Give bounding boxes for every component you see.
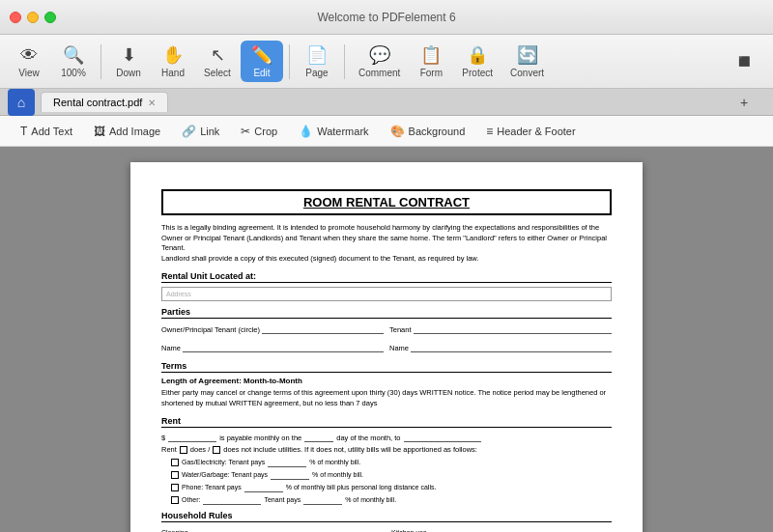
maximize-button[interactable] (44, 12, 56, 23)
does-not-text: does not include utilities. If it does n… (223, 445, 477, 454)
other-util-pct-field[interactable] (303, 494, 342, 505)
toolbar-protect[interactable]: 🔒 Protect (454, 41, 501, 82)
toolbar-view[interactable]: 👁 View (8, 42, 50, 82)
other-util-checkbox[interactable] (171, 496, 179, 504)
terms-text: Either party may cancel or change terms … (161, 388, 612, 408)
rule-cleaning-field[interactable] (190, 526, 382, 532)
separator (100, 44, 101, 79)
watermark-button[interactable]: 💧 Watermark (290, 120, 377, 143)
tab-close-button[interactable]: ✕ (148, 98, 156, 108)
parties-name-rows: Name Name (161, 341, 612, 355)
phone-label: Phone: Tenant pays (182, 484, 242, 490)
address-placeholder: Address (166, 291, 191, 297)
name1-field[interactable] (183, 341, 384, 352)
crop-label: Crop (254, 126, 277, 137)
phone-field[interactable] (244, 482, 283, 492)
owner-field[interactable] (262, 322, 384, 334)
other-util-text: Tenant pays (264, 496, 301, 503)
document-tab[interactable]: Rental contract.pdf ✕ (41, 92, 168, 112)
home-button[interactable]: ⌂ (8, 89, 35, 116)
close-button[interactable] (10, 12, 21, 23)
rent-payee-field[interactable] (404, 432, 481, 442)
toolbar-form[interactable]: 📋 Form (410, 41, 452, 82)
separator2 (289, 44, 290, 79)
tenant-label: Tenant (389, 325, 412, 334)
tab-add-button[interactable]: + (723, 93, 765, 112)
watermark-icon: 💧 (299, 125, 313, 138)
crop-button[interactable]: ✂ Crop (232, 120, 286, 143)
phone-checkbox[interactable] (171, 484, 179, 491)
toolbar-convert[interactable]: 🔄 Convert (502, 41, 552, 82)
add-text-icon: T (20, 125, 27, 138)
comment-icon: 💬 (369, 44, 390, 66)
add-image-button[interactable]: 🖼 Add Image (85, 120, 169, 143)
view-icon: 👁 (20, 45, 38, 66)
water-field[interactable] (271, 469, 309, 480)
rent-text1: is payable monthly on the (219, 434, 301, 442)
toolbar-down[interactable]: ⬇ Down (107, 41, 150, 82)
watermark-label: Watermark (317, 126, 368, 137)
link-label: Link (200, 126, 219, 137)
add-text-button[interactable]: T Add Text (12, 120, 81, 143)
crop-icon: ✂ (241, 125, 250, 138)
toolbar-page[interactable]: 📄 Page (296, 41, 338, 82)
protect-icon: 🔒 (467, 44, 488, 66)
not-includes-checkbox[interactable] (213, 446, 220, 454)
toolbar-expand[interactable]: ⬛ (723, 52, 765, 70)
toolbar-page-label: Page (305, 68, 328, 78)
toolbar-convert-label: Convert (510, 68, 544, 78)
name1-label: Name (161, 344, 181, 352)
name2-label: Name (389, 344, 409, 352)
gas-checkbox[interactable] (171, 459, 179, 466)
utility-items: Gas/Electricity: Tenant pays % of monthl… (161, 457, 612, 505)
document-title: ROOM RENTAL CONTRACT (161, 189, 612, 215)
gas-row: Gas/Electricity: Tenant pays % of monthl… (171, 457, 612, 467)
water-row: Water/Garbage: Tenant pays % of monthly … (171, 469, 612, 480)
home-icon: ⌂ (17, 95, 25, 110)
tab-filename: Rental contract.pdf (53, 97, 142, 108)
owner-label: Owner/Principal Tenant (circle) (161, 325, 260, 334)
name2-field[interactable] (411, 341, 612, 352)
rent-amount-field[interactable] (168, 432, 216, 442)
tenant-field[interactable] (414, 322, 612, 334)
background-button[interactable]: 🎨 Background (382, 120, 474, 143)
main-content-area[interactable]: ROOM RENTAL CONTRACT This is a legally b… (0, 147, 773, 532)
toolbar-zoom[interactable]: 🔍 100% (52, 41, 95, 82)
other-util-suffix: % of monthly bill. (345, 496, 396, 503)
minimize-button[interactable] (27, 12, 39, 23)
hand-icon: ✋ (162, 44, 184, 66)
rule-cleaning: Cleaning (161, 526, 382, 532)
toolbar-comment[interactable]: 💬 Comment (351, 41, 408, 82)
parties-names: Owner/Principal Tenant (circle) Tenant (161, 322, 612, 337)
rent-day-field[interactable] (304, 432, 333, 442)
other-util-field[interactable] (203, 494, 261, 505)
water-suffix: % of monthly bill. (312, 471, 363, 478)
address-field[interactable]: Address (161, 287, 612, 301)
pdf-page: ROOM RENTAL CONTRACT This is a legally b… (130, 162, 643, 532)
rent-text2: day of the month, to (336, 434, 400, 442)
gas-field[interactable] (268, 457, 306, 467)
page-icon: 📄 (306, 44, 328, 66)
water-checkbox[interactable] (171, 471, 179, 479)
header-footer-button[interactable]: ≡ Header & Footer (477, 120, 584, 143)
main-toolbar: 👁 View 🔍 100% ⬇ Down ✋ Hand ↖ Select ✏️ … (0, 35, 773, 89)
rent-title: Rent (161, 416, 612, 428)
toolbar-select[interactable]: ↖ Select (196, 41, 239, 82)
background-label: Background (409, 126, 466, 137)
toolbar-edit-label: Edit (253, 68, 270, 78)
includes-checkbox[interactable] (180, 446, 187, 454)
dollar-sign: $ (161, 434, 165, 442)
toolbar-edit[interactable]: ✏️ Edit (241, 41, 283, 82)
expand-icon: ⬛ (738, 56, 750, 67)
rule-kitchen-field[interactable] (429, 526, 612, 532)
toolbar-protect-label: Protect (462, 68, 493, 78)
link-button[interactable]: 🔗 Link (173, 120, 228, 143)
rent-section: Rent $ is payable monthly on the day of … (161, 416, 612, 505)
length-value: Month-to-Month (243, 377, 302, 385)
toolbar-hand-label: Hand (161, 68, 185, 78)
name2-row: Name (389, 341, 612, 352)
add-text-label: Add Text (31, 126, 72, 137)
toolbar-hand[interactable]: ✋ Hand (152, 41, 194, 82)
select-icon: ↖ (211, 44, 225, 66)
household-rules-grid: Cleaning Kitchen use Overnight guests Us… (161, 526, 612, 532)
